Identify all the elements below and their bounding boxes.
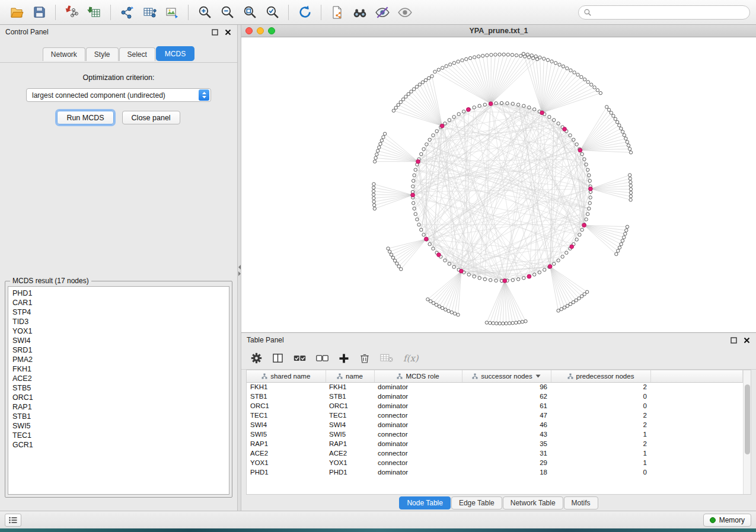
column-header-shared-name[interactable]: shared name <box>247 370 326 382</box>
tab-node-table[interactable]: Node Table <box>399 496 451 509</box>
network-window-titlebar[interactable]: YPA_prune.txt_1 <box>241 25 756 37</box>
close-panel-icon[interactable] <box>224 28 232 36</box>
cell-name[interactable]: ORC1 <box>326 401 374 411</box>
cell-name[interactable]: TEC1 <box>326 411 374 420</box>
cell-role[interactable]: connector <box>374 430 462 439</box>
close-table-panel-icon[interactable] <box>742 336 751 344</box>
cell-succ[interactable]: 61 <box>462 401 551 411</box>
mcds-result-item[interactable]: YOX1 <box>12 326 229 336</box>
mcds-result-item[interactable]: SRD1 <box>12 345 229 355</box>
tab-select[interactable]: Select <box>119 47 155 61</box>
window-close-button[interactable] <box>245 27 253 34</box>
new-network-button[interactable] <box>116 2 138 23</box>
table-row[interactable]: SWI5SWI5connector431 <box>247 430 743 439</box>
tab-network[interactable]: Network <box>43 47 85 61</box>
float-table-panel-icon[interactable] <box>729 336 738 344</box>
window-minimize-button[interactable] <box>257 27 264 34</box>
tab-motifs[interactable]: Motifs <box>564 496 598 509</box>
cell-pred[interactable]: 2 <box>551 411 650 420</box>
delete-column-button[interactable] <box>359 352 370 364</box>
apply-layout-button[interactable] <box>294 2 315 23</box>
cell-succ[interactable]: 96 <box>462 382 551 392</box>
cell-succ[interactable]: 46 <box>462 420 551 430</box>
tab-style[interactable]: Style <box>86 47 119 61</box>
network-from-table-button[interactable] <box>139 2 160 23</box>
mcds-result-item[interactable]: ACE2 <box>12 374 229 383</box>
cell-name[interactable]: SWI4 <box>326 420 374 430</box>
zoom-in-button[interactable] <box>194 2 215 23</box>
cell-pred[interactable]: 2 <box>551 420 650 430</box>
table-scrollbar-thumb[interactable] <box>745 384 750 454</box>
cell-shared-name[interactable]: ORC1 <box>247 401 326 411</box>
import-network-button[interactable] <box>61 2 82 23</box>
close-panel-button[interactable]: Close panel <box>122 111 180 124</box>
cell-role[interactable]: dominator <box>374 467 462 477</box>
mcds-result-item[interactable]: STP4 <box>12 307 229 317</box>
cell-pred[interactable]: 2 <box>551 382 650 392</box>
cell-pred[interactable]: 2 <box>551 439 650 448</box>
cell-role[interactable]: connector <box>374 458 462 467</box>
zoom-selected-button[interactable] <box>261 2 283 23</box>
cell-shared-name[interactable]: SWI4 <box>247 420 326 430</box>
column-header-name[interactable]: name <box>326 370 374 382</box>
table-row[interactable]: RAP1RAP1dominator352 <box>247 439 743 448</box>
memory-button[interactable]: Memory <box>703 514 751 527</box>
cell-pred[interactable]: 1 <box>551 430 650 439</box>
mcds-result-item[interactable]: GCR1 <box>12 440 229 450</box>
cell-pred[interactable]: 0 <box>551 401 650 411</box>
cell-name[interactable]: FKH1 <box>326 382 374 392</box>
table-row[interactable]: STB1STB1dominator620 <box>247 392 743 401</box>
cell-pred[interactable]: 1 <box>551 448 650 458</box>
select-all-rows-button[interactable] <box>294 353 306 364</box>
mcds-result-item[interactable]: ORC1 <box>12 393 229 402</box>
table-scrollbar[interactable] <box>743 370 751 494</box>
tab-network-table[interactable]: Network Table <box>503 496 563 509</box>
table-row[interactable]: PHD1PHD1dominator180 <box>247 467 743 477</box>
cell-role[interactable]: connector <box>374 411 462 420</box>
mcds-result-item[interactable]: TID3 <box>12 317 229 326</box>
column-header-predecessor-nodes[interactable]: predecessor nodes <box>551 370 650 382</box>
zoom-out-button[interactable] <box>216 2 238 23</box>
mcds-result-item[interactable]: TEC1 <box>12 431 229 440</box>
save-session-button[interactable] <box>28 2 50 23</box>
deselect-all-rows-button[interactable] <box>316 353 328 364</box>
cell-shared-name[interactable]: STB1 <box>247 392 326 401</box>
splitter-collapse-icon[interactable] <box>238 265 241 276</box>
find-button[interactable] <box>349 2 371 23</box>
mcds-result-item[interactable]: PHD1 <box>12 289 229 298</box>
cell-name[interactable]: ACE2 <box>326 448 374 458</box>
cell-name[interactable]: RAP1 <box>326 439 374 448</box>
show-details-button[interactable] <box>394 2 416 23</box>
cell-succ[interactable]: 35 <box>462 439 551 448</box>
cell-shared-name[interactable]: ACE2 <box>247 448 326 458</box>
cell-role[interactable]: dominator <box>374 382 462 392</box>
mcds-result-list[interactable]: PHD1CAR1STP4TID3YOX1SWI4SRD1PMA2FKH1ACE2… <box>8 286 229 495</box>
tab-edge-table[interactable]: Edge Table <box>451 496 502 509</box>
function-builder-button[interactable]: f(x) <box>403 353 419 364</box>
cell-name[interactable]: YOX1 <box>326 458 374 467</box>
cell-shared-name[interactable]: FKH1 <box>247 382 326 392</box>
cell-succ[interactable]: 47 <box>462 411 551 420</box>
table-row[interactable]: FKH1FKH1dominator962 <box>247 382 743 392</box>
cell-role[interactable]: dominator <box>374 401 462 411</box>
cell-succ[interactable]: 62 <box>462 392 551 401</box>
tab-mcds[interactable]: MCDS <box>156 46 194 61</box>
zoom-fit-button[interactable] <box>239 2 260 23</box>
window-zoom-button[interactable] <box>268 27 275 34</box>
table-row[interactable]: TEC1TEC1connector472 <box>247 411 743 420</box>
table-settings-button[interactable] <box>251 352 262 364</box>
cell-succ[interactable]: 29 <box>462 458 551 467</box>
show-columns-button[interactable] <box>272 352 283 364</box>
cell-role[interactable]: connector <box>374 448 462 458</box>
run-mcds-button[interactable]: Run MCDS <box>57 111 113 124</box>
cell-name[interactable]: STB1 <box>326 392 374 401</box>
optimization-criterion-select[interactable]: largest connected component (undirected) <box>26 88 211 102</box>
mcds-result-item[interactable]: PMA2 <box>12 355 229 364</box>
mcds-result-item[interactable]: SWI5 <box>12 421 229 431</box>
column-header-successor-nodes[interactable]: successor nodes <box>462 370 551 382</box>
cell-role[interactable]: dominator <box>374 420 462 430</box>
mcds-result-item[interactable]: RAP1 <box>12 402 229 412</box>
import-table-button[interactable] <box>84 2 105 23</box>
mcds-result-item[interactable]: SWI4 <box>12 336 229 345</box>
float-panel-icon[interactable] <box>210 28 219 36</box>
